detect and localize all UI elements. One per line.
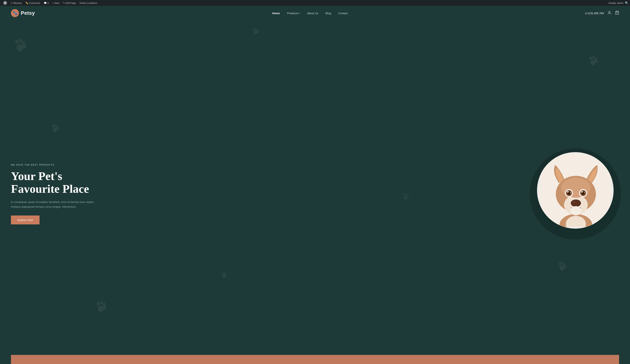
svg-point-35 bbox=[257, 30, 259, 33]
admin-bar-right: Howdy, admin 🔍 bbox=[609, 1, 628, 5]
nav-contact[interactable]: Contact bbox=[338, 12, 348, 15]
hero-section: WE HAVE THE BEST PRODUCTS Your Pet's Fav… bbox=[0, 20, 630, 364]
svg-point-5 bbox=[22, 44, 26, 48]
blocksy-label: Blocksy bbox=[14, 2, 22, 4]
svg-point-7 bbox=[590, 56, 592, 60]
svg-point-17 bbox=[97, 302, 100, 305]
hero-dog-image bbox=[537, 152, 614, 229]
admin-bar-new[interactable]: + New bbox=[50, 0, 61, 6]
svg-point-22 bbox=[403, 193, 405, 196]
svg-point-0 bbox=[609, 11, 610, 12]
edit-page-label: Edit Page bbox=[66, 2, 76, 4]
svg-point-10 bbox=[595, 60, 598, 63]
svg-point-11 bbox=[590, 60, 595, 65]
svg-point-54 bbox=[581, 191, 583, 192]
admin-bar-customize[interactable]: ✏️ Customize bbox=[24, 0, 42, 6]
svg-point-15 bbox=[56, 128, 59, 130]
svg-point-38 bbox=[223, 272, 224, 274]
admin-bar-blocksy[interactable]: ⬡ Blocksy bbox=[9, 0, 24, 6]
svg-point-13 bbox=[54, 124, 56, 127]
new-label: New bbox=[54, 2, 59, 4]
customize-label: Customize bbox=[29, 2, 40, 4]
svg-point-2 bbox=[15, 40, 19, 44]
dog-svg bbox=[541, 154, 610, 227]
header-right: (+123) 456 789 bbox=[585, 11, 619, 16]
hero-content: WE HAVE THE BEST PRODUCTS Your Pet's Fav… bbox=[11, 164, 95, 225]
svg-point-18 bbox=[100, 301, 103, 304]
admin-bar: ⬡ Blocksy ✏️ Customize 💬 0 + New ✎ Edit … bbox=[0, 0, 630, 6]
explore-now-button[interactable]: Explore Now bbox=[11, 215, 40, 224]
hero-title-line1: Your Pet's bbox=[11, 170, 62, 182]
bottom-accent-bar bbox=[11, 355, 619, 364]
nav-blog[interactable]: Blog bbox=[326, 12, 331, 15]
svg-point-56 bbox=[571, 199, 581, 207]
svg-point-27 bbox=[559, 262, 561, 266]
svg-point-57 bbox=[572, 201, 576, 203]
svg-point-12 bbox=[52, 125, 54, 128]
svg-point-40 bbox=[225, 275, 226, 277]
svg-point-36 bbox=[254, 30, 258, 34]
cart-icon[interactable] bbox=[615, 11, 619, 16]
edit-icon: ✎ bbox=[63, 2, 65, 4]
site-logo[interactable]: 🐾 Petsy bbox=[11, 9, 35, 17]
admin-bar-comments[interactable]: 💬 0 bbox=[42, 0, 50, 6]
svg-point-30 bbox=[564, 265, 566, 268]
admin-bar-wp-logo[interactable] bbox=[2, 0, 9, 6]
svg-point-60 bbox=[570, 206, 581, 215]
admin-bar-hooks[interactable]: Hooks Locations bbox=[78, 0, 99, 6]
hero-title: Your Pet's Favourite Place bbox=[11, 170, 95, 195]
svg-point-4 bbox=[22, 41, 25, 45]
svg-point-21 bbox=[98, 305, 104, 312]
site-navigation: Home Products ▾ About Us Blog Contact bbox=[272, 12, 348, 15]
svg-point-23 bbox=[405, 193, 407, 195]
svg-point-16 bbox=[53, 128, 57, 132]
svg-point-20 bbox=[103, 305, 106, 309]
hooks-label: Hooks Locations bbox=[80, 2, 97, 4]
site-header: 🐾 Petsy Home Products ▾ About Us Blog Co… bbox=[0, 6, 630, 20]
hero-eyebrow: WE HAVE THE BEST PRODUCTS bbox=[11, 164, 95, 166]
svg-point-24 bbox=[407, 194, 408, 196]
pencil-icon: ✏️ bbox=[25, 2, 28, 4]
hero-description: In consequat, quam id sodales hendrerit,… bbox=[11, 200, 95, 209]
svg-point-49 bbox=[567, 191, 568, 192]
howdy-text: Howdy, admin bbox=[609, 2, 624, 4]
comment-icon: 💬 bbox=[44, 2, 47, 4]
svg-point-26 bbox=[404, 196, 407, 200]
svg-point-9 bbox=[595, 57, 597, 60]
comments-count: 0 bbox=[48, 2, 49, 4]
plus-icon: + bbox=[52, 2, 54, 4]
nav-home[interactable]: Home bbox=[272, 12, 280, 15]
svg-point-3 bbox=[19, 39, 22, 43]
user-icon[interactable] bbox=[608, 11, 612, 16]
blocksy-icon: ⬡ bbox=[10, 1, 13, 4]
svg-point-14 bbox=[56, 125, 58, 128]
svg-point-25 bbox=[407, 196, 409, 198]
admin-bar-edit-page[interactable]: ✎ Edit Page bbox=[61, 0, 78, 6]
svg-point-37 bbox=[222, 273, 223, 275]
svg-point-32 bbox=[254, 28, 255, 30]
chevron-down-icon: ▾ bbox=[298, 12, 300, 14]
paw-icon: 🐾 bbox=[12, 11, 18, 15]
logo-text: Petsy bbox=[21, 10, 35, 16]
svg-point-6 bbox=[17, 44, 23, 51]
svg-point-39 bbox=[224, 273, 226, 275]
hero-image-container bbox=[532, 147, 619, 241]
svg-point-19 bbox=[103, 303, 105, 306]
svg-point-50 bbox=[570, 192, 571, 193]
svg-point-55 bbox=[584, 192, 585, 193]
svg-point-31 bbox=[560, 265, 564, 270]
search-icon[interactable]: 🔍 bbox=[625, 1, 628, 5]
svg-point-28 bbox=[562, 262, 564, 264]
phone-number: (+123) 456 789 bbox=[585, 12, 604, 15]
svg-point-34 bbox=[257, 29, 258, 31]
hero-title-line2: Favourite Place bbox=[11, 182, 89, 195]
svg-point-41 bbox=[222, 275, 225, 278]
svg-point-8 bbox=[592, 56, 595, 59]
svg-point-33 bbox=[255, 28, 257, 30]
svg-point-29 bbox=[564, 263, 566, 266]
nav-about[interactable]: About Us bbox=[307, 12, 318, 15]
logo-icon: 🐾 bbox=[11, 9, 19, 17]
nav-products[interactable]: Products ▾ bbox=[287, 12, 300, 15]
